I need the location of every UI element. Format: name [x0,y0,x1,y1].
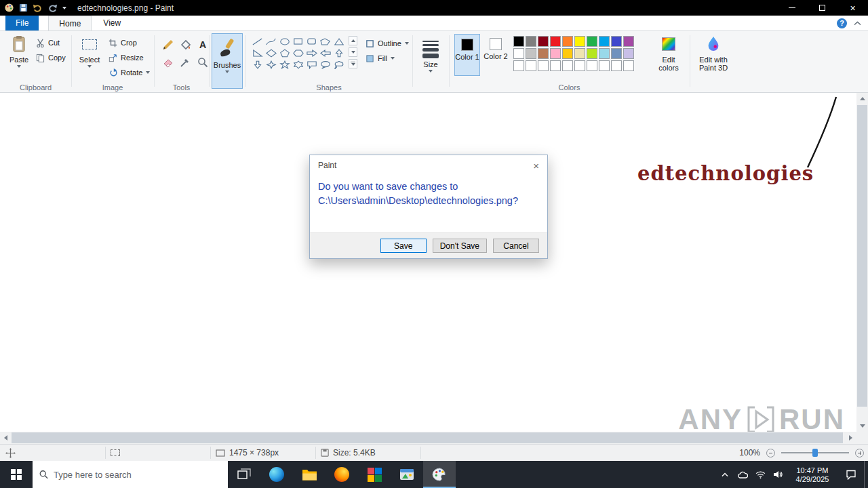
color-swatch[interactable] [562,36,573,47]
outline-button[interactable]: Outline [363,37,411,49]
scroll-down-button[interactable] [856,420,868,432]
cancel-button[interactable]: Cancel [493,239,539,253]
fill-button[interactable]: Fill [363,52,397,64]
zoom-out-button[interactable] [766,449,775,458]
color-swatch[interactable] [461,39,473,51]
color-swatch[interactable] [587,36,597,47]
color2-button[interactable]: Color 2 [483,34,509,76]
shape-callout-cloud-icon[interactable] [332,59,346,70]
size-button[interactable]: Size [415,33,446,89]
shape-star-6-icon[interactable] [292,59,305,70]
qat-customize-icon[interactable] [62,7,66,9]
help-icon[interactable]: ? [837,18,847,28]
firefox-button[interactable] [326,461,358,488]
color-swatch[interactable] [538,36,549,47]
color-swatch[interactable] [574,48,585,59]
taskbar-search[interactable] [33,461,228,488]
color-swatch[interactable] [587,60,597,71]
vertical-scrollbar-thumb[interactable] [857,105,867,407]
color-swatch[interactable] [599,48,610,59]
color-swatch[interactable] [550,60,561,71]
shape-arrow-left-icon[interactable] [319,47,332,59]
color-swatch[interactable] [538,48,549,59]
scroll-right-button[interactable] [845,432,856,444]
color-swatch[interactable] [526,48,536,59]
select-button[interactable]: Select [77,31,102,85]
color-swatch[interactable] [490,38,502,50]
shape-arrow-right-icon[interactable] [305,47,319,59]
edge-button[interactable] [260,461,293,488]
color-swatch[interactable] [623,48,634,59]
start-button[interactable] [0,461,33,488]
dialog-close-button[interactable]: × [524,160,539,171]
edit-with-paint3d-button[interactable]: Edit with Paint 3D [694,31,733,87]
color-picker-tool-button[interactable] [177,54,193,70]
shapes-scroll-up-button[interactable] [349,36,357,45]
color-swatch[interactable] [587,48,597,59]
brushes-button[interactable]: Brushes [212,33,243,89]
color-swatch[interactable] [599,60,610,71]
rotate-button[interactable]: Rotate [106,66,152,79]
color-swatch[interactable] [623,60,634,71]
color-swatch[interactable] [550,36,561,47]
copy-button[interactable]: Copy [34,52,68,64]
shape-star-5-icon[interactable] [278,59,292,70]
shape-arrow-down-icon[interactable] [251,59,264,70]
shape-star-4-icon[interactable] [264,59,278,70]
shapes-more-button[interactable] [349,59,357,68]
app-grid-button[interactable] [358,461,391,488]
vertical-scrollbar[interactable] [856,93,868,432]
fill-tool-button[interactable] [177,37,193,53]
color-swatch[interactable] [526,60,536,71]
dont-save-button[interactable]: Don't Save [433,239,487,253]
color-swatch[interactable] [526,36,536,47]
zoom-in-button[interactable] [855,449,864,458]
color-swatch[interactable] [513,48,524,59]
undo-icon[interactable] [33,3,43,12]
hidden-icons-button[interactable] [716,461,734,488]
redo-icon[interactable] [47,3,58,12]
color-swatch[interactable] [611,48,622,59]
shape-rounded-rectangle-icon[interactable] [305,36,319,47]
tab-file[interactable]: File [5,16,39,30]
cut-button[interactable]: Cut [34,37,62,49]
color-swatch[interactable] [599,36,610,47]
shape-curve-icon[interactable] [264,36,278,47]
color-swatch[interactable] [513,36,524,47]
search-input[interactable] [54,470,221,480]
crop-button[interactable]: Crop [106,37,139,49]
network-tray-button[interactable] [751,461,769,488]
color-swatch[interactable] [513,60,524,71]
zoom-slider-thumb[interactable] [812,449,818,457]
horizontal-scrollbar-thumb[interactable] [12,432,843,443]
color-swatch[interactable] [574,36,585,47]
resize-button[interactable]: Resize [106,52,146,64]
color-swatch[interactable] [623,36,634,47]
scroll-left-button[interactable] [0,432,12,444]
shape-diamond-icon[interactable] [264,47,278,59]
shape-right-triangle-icon[interactable] [251,47,264,59]
eraser-tool-button[interactable] [159,54,176,70]
shape-pentagon-icon[interactable] [278,47,292,59]
zoom-slider[interactable] [781,452,849,453]
collapse-ribbon-icon[interactable] [854,21,861,26]
show-desktop-button[interactable] [864,461,868,488]
color-swatch[interactable] [562,60,573,71]
color-swatch[interactable] [562,48,573,59]
taskbar-clock[interactable]: 10:47 PM 4/29/2025 [787,466,838,484]
task-view-button[interactable] [228,461,260,488]
onedrive-tray-button[interactable] [734,461,751,488]
pencil-tool-button[interactable] [159,37,176,53]
save-button[interactable]: Save [380,239,427,253]
color-swatch[interactable] [550,48,561,59]
photos-button[interactable] [391,461,423,488]
tab-view[interactable]: View [93,16,131,30]
color1-button[interactable]: Color 1 [454,34,480,76]
shapes-scroll-down-button[interactable] [349,47,357,57]
tab-home[interactable]: Home [48,16,92,30]
action-center-button[interactable] [838,461,864,488]
scroll-up-button[interactable] [856,93,868,104]
file-explorer-button[interactable] [293,461,326,488]
shape-rectangle-icon[interactable] [292,36,305,47]
drawing-canvas[interactable]: edtechnologies ANY RUN Paint × Do you wa… [0,93,868,444]
